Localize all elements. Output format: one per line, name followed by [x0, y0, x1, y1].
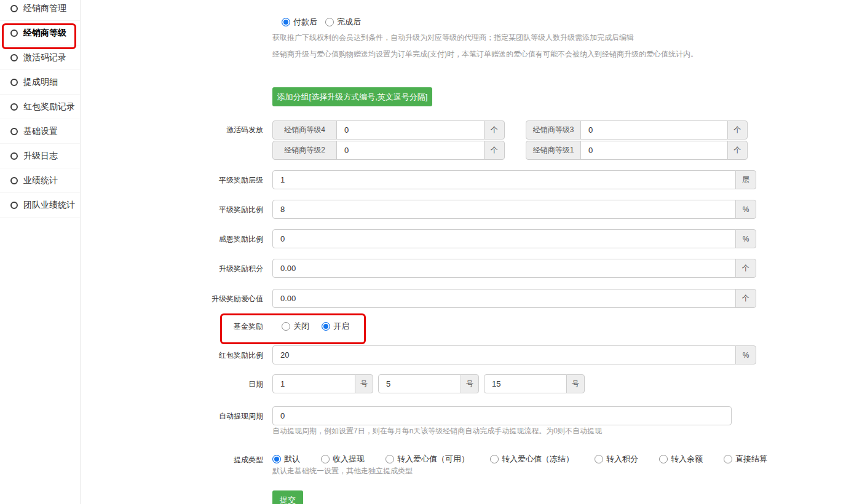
- sidebar-item-team-performance-stats[interactable]: 团队业绩统计: [0, 193, 80, 218]
- radio-option-to-points[interactable]: 转入积分: [595, 454, 638, 465]
- sidebar-item-label: 基础设置: [23, 126, 58, 137]
- sidebar-item-performance-stats[interactable]: 业绩统计: [0, 168, 80, 193]
- circle-icon: [10, 5, 18, 12]
- radio-unchecked-icon[interactable]: [321, 455, 330, 463]
- radio-option-love-value-frozen[interactable]: 转入爱心值（冻结）: [490, 454, 574, 465]
- radio-label: 开启: [333, 321, 349, 332]
- radio-label: 收入提现: [333, 454, 365, 465]
- circle-icon: [10, 152, 18, 160]
- sidebar-item-label: 升级日志: [23, 151, 58, 162]
- radio-option-income-withdraw[interactable]: 收入提现: [321, 454, 365, 465]
- auto-withdraw-input[interactable]: [272, 406, 732, 425]
- sidebar-item-label: 经销商等级: [23, 28, 66, 39]
- radio-unchecked-icon[interactable]: [659, 455, 668, 463]
- screen: 经销商管理 经销商等级 激活码记录 提成明细 红包奖励记录 基础设置 升级日志: [0, 0, 862, 504]
- radio-unchecked-icon[interactable]: [724, 455, 732, 463]
- radio-unchecked-icon[interactable]: [490, 455, 499, 463]
- radio-option-direct-settlement[interactable]: 直接结算: [724, 454, 767, 465]
- add-group-button[interactable]: 添加分组[选择升级方式编号,英文逗号分隔]: [272, 87, 432, 106]
- input-suffix-unit: 个: [484, 120, 505, 140]
- sidebar-item-label: 经销商管理: [23, 3, 66, 14]
- activation-level1-input[interactable]: [580, 141, 728, 160]
- activation-level4-input[interactable]: [336, 120, 484, 140]
- radio-unchecked-icon[interactable]: [595, 455, 603, 463]
- field-gratitude-reward-ratio: %: [272, 229, 756, 248]
- field-upgrade-reward-love-value: 个: [272, 289, 756, 308]
- timing-help-line1: 获取推广下线权利的会员达到条件，自动升级为对应等级的代理商；指定某团队等级人数升…: [272, 33, 634, 42]
- date-input-1[interactable]: [272, 374, 355, 393]
- activation-group-level3: 经销商等级3 个: [526, 120, 748, 140]
- radio-checked-icon[interactable]: [282, 18, 290, 26]
- sidebar-item-redpacket-reward-records[interactable]: 红包奖励记录: [0, 95, 80, 119]
- radio-option-to-balance[interactable]: 转入余额: [659, 454, 703, 465]
- field-label: 感恩奖励比例: [184, 235, 263, 243]
- sidebar-item-dealer-level[interactable]: 经销商等级: [0, 21, 80, 45]
- radio-unchecked-icon[interactable]: [325, 18, 334, 26]
- sidebar-item-upgrade-log[interactable]: 升级日志: [0, 144, 80, 168]
- date-input-2[interactable]: [378, 374, 461, 393]
- date-input-3[interactable]: [484, 374, 567, 393]
- field-peer-reward-ratio: %: [272, 200, 756, 219]
- activation-group-level1: 经销商等级1 个: [526, 141, 748, 160]
- peer-reward-ratio-input[interactable]: [272, 200, 736, 219]
- radio-option-after-payment[interactable]: 付款后: [282, 17, 317, 28]
- field-label: 升级奖励积分: [184, 264, 263, 273]
- radio-unchecked-icon[interactable]: [386, 455, 394, 463]
- date-group-2: 号: [378, 374, 479, 393]
- radio-label: 转入积分: [606, 454, 638, 465]
- circle-icon: [10, 30, 18, 37]
- input-suffix-percent: %: [735, 345, 756, 364]
- circle-icon: [10, 103, 18, 111]
- input-prepend-label: 经销商等级1: [526, 141, 581, 160]
- sidebar-item-dealer-management[interactable]: 经销商管理: [0, 0, 80, 21]
- activation-level2-input[interactable]: [336, 141, 484, 160]
- input-suffix-unit: 个: [484, 141, 505, 160]
- radio-option-love-value-available[interactable]: 转入爱心值（可用）: [386, 454, 469, 465]
- auto-withdraw-help: 自动提现周期，例如设置7日，则在每月每n天该等级经销商自动完成手动提现流程。为0…: [272, 427, 602, 435]
- field-redpacket-reward-ratio: %: [272, 345, 756, 364]
- activation-label: 激活码发放: [184, 125, 263, 134]
- radio-label: 直接结算: [735, 454, 767, 465]
- input-suffix-unit: 层: [735, 170, 756, 189]
- sidebar-item-label: 业绩统计: [23, 175, 58, 186]
- input-suffix-percent: %: [735, 200, 756, 219]
- upgrade-timing-radio-group: 付款后 完成后: [282, 17, 361, 28]
- circle-icon: [10, 202, 18, 209]
- radio-label: 转入爱心值（冻结）: [502, 454, 574, 465]
- circle-icon: [10, 54, 18, 61]
- input-prepend-label: 经销商等级2: [272, 141, 337, 160]
- radio-label: 转入爱心值（可用）: [397, 454, 469, 465]
- input-prepend-label: 经销商等级4: [272, 120, 337, 140]
- activation-level3-input[interactable]: [580, 120, 728, 140]
- field-label: 平级奖励比例: [184, 205, 263, 214]
- redpacket-reward-ratio-input[interactable]: [272, 345, 736, 364]
- submit-button[interactable]: 提交: [272, 490, 303, 504]
- sidebar-item-activation-code-records[interactable]: 激活码记录: [0, 45, 80, 70]
- radio-option-default[interactable]: 默认: [272, 454, 300, 465]
- radio-option-on[interactable]: 开启: [322, 321, 349, 332]
- sidebar-item-label: 激活码记录: [23, 52, 66, 63]
- peer-reward-layers-input[interactable]: [272, 170, 736, 189]
- input-suffix-unit: 个: [735, 259, 756, 278]
- sidebar-item-commission-detail[interactable]: 提成明细: [0, 70, 80, 95]
- auto-withdraw-label: 自动提现周期: [184, 412, 263, 420]
- field-peer-reward-layers: 层: [272, 170, 756, 189]
- upgrade-reward-love-value-input[interactable]: [272, 289, 736, 308]
- fund-reward-radio-group: 关闭 开启: [282, 321, 349, 331]
- radio-unchecked-icon[interactable]: [282, 322, 290, 331]
- input-suffix-day: 号: [566, 374, 585, 393]
- radio-label: 完成后: [337, 17, 361, 28]
- upgrade-reward-points-input[interactable]: [272, 259, 736, 278]
- date-label: 日期: [184, 380, 263, 388]
- sidebar-item-basic-settings[interactable]: 基础设置: [0, 119, 80, 144]
- date-group-3: 号: [484, 374, 585, 393]
- activation-group-level2: 经销商等级2 个: [272, 141, 505, 160]
- radio-option-after-completion[interactable]: 完成后: [325, 17, 361, 28]
- radio-checked-icon[interactable]: [322, 322, 330, 331]
- gratitude-reward-ratio-input[interactable]: [272, 229, 736, 248]
- radio-checked-icon[interactable]: [272, 455, 281, 463]
- radio-option-off[interactable]: 关闭: [282, 321, 309, 332]
- timing-help-line2: 经销商升级与爱心值购物赠送均设置为订单完成(支付)时，本笔订单赠送的爱心值有可能…: [272, 50, 698, 58]
- input-prepend-label: 经销商等级3: [526, 120, 581, 140]
- date-group-1: 号: [272, 374, 373, 393]
